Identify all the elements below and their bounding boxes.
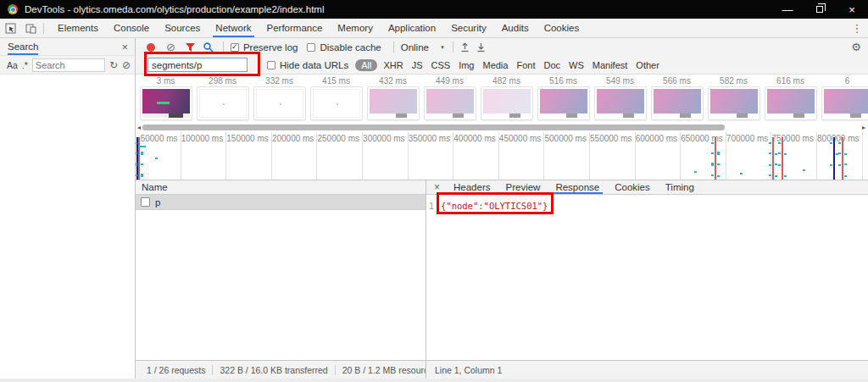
resources-size: 20 B / 1.2 MB resources [342, 365, 426, 375]
network-filter-input[interactable] [147, 58, 248, 72]
tab-timing[interactable]: Timing [658, 180, 702, 194]
tab-network[interactable]: Network [208, 19, 259, 37]
search-clear-icon[interactable]: ⊘ [122, 60, 131, 70]
tab-preview[interactable]: Preview [498, 180, 548, 194]
tab-headers[interactable]: Headers [446, 180, 498, 194]
timeline-request-dot [769, 142, 771, 144]
search-input[interactable] [32, 58, 105, 72]
scroll-left-icon[interactable]: ◂ [137, 124, 141, 132]
filter-pill-media[interactable]: Media [478, 59, 512, 71]
timeline-event-line [138, 137, 140, 180]
filter-pill-other[interactable]: Other [632, 59, 664, 71]
filter-funnel-icon[interactable] [185, 42, 196, 53]
filmstrip-frame[interactable]: 3 ms [139, 76, 192, 124]
restore-button[interactable] [804, 0, 836, 19]
filter-pill-manifest[interactable]: Manifest [588, 59, 632, 71]
frame-timestamp: 482 ms [492, 76, 520, 86]
tab-elements[interactable]: Elements [50, 19, 106, 37]
tab-sources[interactable]: Sources [157, 19, 208, 37]
timeline-request-dot [775, 153, 777, 155]
scrollbar-thumb[interactable] [142, 125, 725, 130]
filmstrip-frame[interactable]: 449 ms [423, 76, 476, 124]
request-checkbox[interactable] [141, 197, 150, 207]
import-har-icon[interactable] [460, 42, 470, 53]
filmstrip-frame[interactable]: 566 ms [650, 76, 704, 124]
timeline-request-dot [838, 164, 841, 166]
timeline-tick-label: 450000 ms [499, 132, 545, 180]
filmstrip-frame[interactable]: 549 ms [593, 76, 647, 124]
disable-cache-checkbox[interactable]: Disable cache [307, 42, 381, 53]
filmstrip-frame[interactable]: 482 ms [480, 76, 533, 124]
requests-count: 1 / 26 requests [147, 365, 205, 375]
tab-cookies[interactable]: Cookies [537, 19, 587, 37]
timeline-event-line [772, 137, 774, 180]
filter-pill-all[interactable]: All [355, 59, 377, 71]
filter-pill-img[interactable]: Img [454, 59, 478, 71]
filmstrip: 3 ms 298 ms 332 ms 415 ms 432 ms [136, 75, 868, 124]
filmstrip-frame[interactable]: 415 ms [309, 76, 363, 124]
record-icon[interactable] [147, 43, 155, 52]
hide-data-urls-checkbox[interactable]: Hide data URLs [267, 60, 348, 70]
tab-audits[interactable]: Audits [494, 19, 537, 37]
timeline-request-dot [711, 163, 714, 164]
filter-pill-font[interactable]: Font [512, 59, 539, 71]
search-magnifier-icon[interactable] [203, 42, 214, 53]
search-panel-close-icon[interactable]: × [118, 41, 131, 53]
scroll-right-icon[interactable]: ▸ [862, 124, 865, 132]
filter-pill-ws[interactable]: WS [565, 59, 588, 71]
frame-card [424, 86, 476, 120]
tab-application[interactable]: Application [381, 19, 443, 37]
timeline-request-dot [711, 164, 714, 166]
match-case-toggle[interactable]: Aa [7, 60, 18, 70]
request-row-p[interactable]: p [136, 195, 426, 210]
network-settings-gear-icon[interactable]: ⚙ [851, 41, 861, 53]
timeline-tick-label: 700000 ms [726, 132, 772, 180]
filmstrip-frame[interactable]: 332 ms [253, 76, 306, 124]
regex-toggle[interactable]: .* [22, 60, 28, 70]
filmstrip-frame[interactable]: 298 ms [196, 76, 249, 124]
cursor-position: Line 1, Column 1 [435, 365, 502, 375]
frame-timestamp: 582 ms [720, 76, 748, 86]
network-summary: 1 / 26 requests 322 B / 16.0 KB transfer… [136, 361, 426, 379]
tab-security[interactable]: Security [443, 19, 494, 37]
details-close-icon[interactable]: × [426, 182, 446, 192]
timeline-event-line [833, 137, 835, 180]
preserve-log-label: Preserve log [243, 42, 298, 53]
tab-cookies[interactable]: Cookies [607, 180, 658, 194]
inspect-element-icon[interactable] [0, 19, 20, 37]
filmstrip-frame[interactable]: 6 [821, 76, 868, 124]
timeline-tick-label: 250000 ms [317, 132, 363, 180]
device-toolbar-icon[interactable] [20, 19, 41, 37]
filmstrip-frame[interactable]: 582 ms [707, 76, 760, 124]
tab-memory[interactable]: Memory [330, 19, 381, 37]
filter-pill-doc[interactable]: Doc [539, 59, 565, 71]
frame-card [537, 86, 590, 120]
tab-performance[interactable]: Performance [259, 19, 331, 37]
export-har-icon[interactable] [476, 42, 486, 53]
timeline-request-dot [740, 173, 743, 174]
frame-timestamp: 432 ms [379, 76, 407, 86]
clear-requests-icon[interactable]: ⊘ [166, 42, 175, 53]
timeline-tick-label: 300000 ms [363, 132, 409, 180]
filter-pill-xhr[interactable]: XHR [379, 59, 407, 71]
more-options-icon[interactable]: ⋮ [846, 22, 868, 35]
name-column-header[interactable]: Name [136, 180, 426, 195]
timeline-overview[interactable]: 50000 ms 100000 ms 150000 ms 200000 ms 2… [136, 132, 868, 180]
timeline-tick-label: 350000 ms [409, 132, 454, 180]
filmstrip-frame[interactable]: 616 ms [764, 76, 817, 124]
tab-console[interactable]: Console [106, 19, 157, 37]
tab-response[interactable]: Response [548, 180, 607, 194]
timeline-request-dot [778, 142, 781, 144]
close-button[interactable]: × [836, 0, 868, 19]
preserve-log-checkbox[interactable]: Preserve log [231, 42, 298, 53]
disable-cache-label: Disable cache [320, 42, 381, 53]
request-details-panel: × Headers Preview Response Cookies Timin… [426, 180, 868, 360]
filmstrip-frame[interactable]: 432 ms [366, 76, 420, 124]
response-line: 1 {"node":"OLYTICS01"} [426, 201, 868, 211]
minimize-button[interactable]: — [771, 0, 804, 19]
filter-pill-css[interactable]: CSS [427, 59, 455, 71]
throttling-dropdown[interactable]: Online ▼ [401, 42, 445, 53]
search-refresh-icon[interactable]: ↻ [109, 60, 118, 70]
filter-pill-js[interactable]: JS [408, 59, 427, 71]
filmstrip-frame[interactable]: 516 ms [537, 76, 590, 124]
